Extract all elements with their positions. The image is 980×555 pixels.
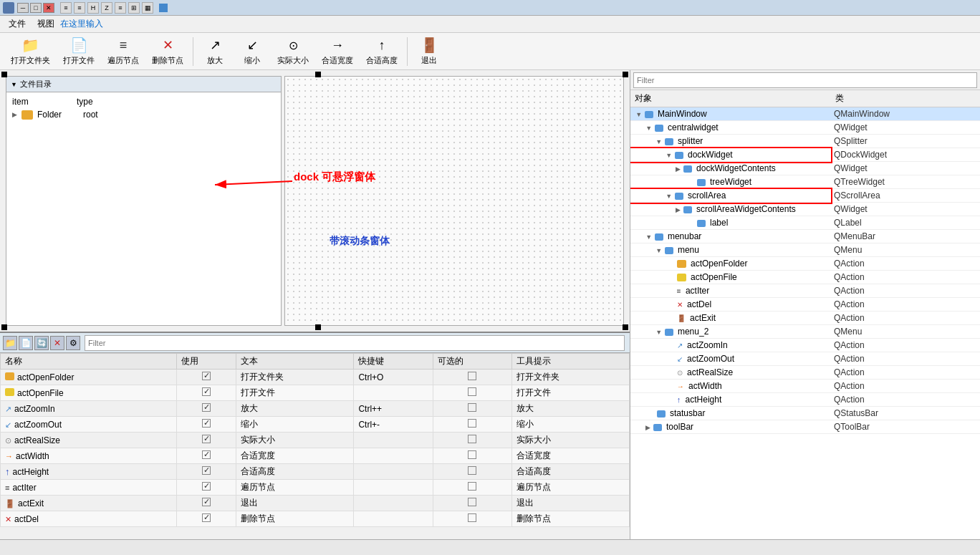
bt-optional-checkbox[interactable] (468, 372, 476, 380)
bottom-table-row[interactable]: actOpenFolder 打开文件夹 Ctrl+O 打开文件夹 (1, 370, 630, 385)
bt-optional-checkbox[interactable] (468, 482, 476, 491)
bt-used-cell[interactable] (177, 417, 236, 433)
bt-used-cell[interactable] (177, 401, 236, 417)
tree-row[interactable]: ▼ menubar QMenuBar (630, 230, 980, 243)
bt-optional-cell[interactable] (433, 417, 511, 433)
fit-height-button[interactable]: ↑ 合适高度 (361, 34, 403, 69)
tree-row[interactable]: statusbar QStatusBar (630, 407, 980, 420)
bt-optional-cell[interactable] (433, 385, 511, 401)
maximize-button[interactable]: □ (30, 3, 42, 13)
tree-row[interactable]: actOpenFolder QAction (630, 257, 980, 271)
canvas-area[interactable] (284, 76, 624, 326)
tree-row[interactable]: 🚪 actExit QAction (630, 312, 980, 325)
bottom-table-row[interactable]: ✕actDel 删除节点 删除节点 (1, 511, 630, 527)
bt-used-cell[interactable] (177, 464, 236, 480)
tree-row[interactable]: ▼ splitter QSplitter (630, 135, 980, 148)
tree-row[interactable]: ⊙ actRealSize QAction (630, 366, 980, 380)
bt-used-cell[interactable] (177, 433, 236, 448)
tree-row[interactable]: ↗ actZoomIn QAction (630, 339, 980, 352)
bt-optional-checkbox[interactable] (468, 435, 476, 443)
bt-optional-cell[interactable] (433, 433, 511, 448)
toolbar-icon-3[interactable]: H (87, 2, 99, 14)
bt-optional-checkbox[interactable] (468, 403, 476, 412)
bt-used-checkbox[interactable] (202, 513, 211, 522)
tree-row[interactable]: ▼ menu QMenu (630, 243, 980, 257)
toolbar-icon-2[interactable]: ≡ (74, 2, 85, 14)
bottom-table-row[interactable]: 🚪actExit 退出 退出 (1, 496, 630, 511)
tree-row[interactable]: ≡ actIter QAction (630, 284, 980, 298)
bt-optional-checkbox[interactable] (468, 450, 476, 459)
bt-used-checkbox[interactable] (202, 482, 211, 491)
bt-optional-checkbox[interactable] (468, 513, 476, 522)
menu-view[interactable]: 视图 (32, 16, 60, 32)
bt-optional-cell[interactable] (433, 496, 511, 511)
bt-used-cell[interactable] (177, 496, 236, 511)
filter-input[interactable] (633, 72, 977, 88)
tree-row[interactable]: ✕ actDel QAction (630, 298, 980, 312)
bt-optional-cell[interactable] (433, 511, 511, 527)
tree-row[interactable]: → actWidth QAction (630, 380, 980, 393)
bottom-table-row[interactable]: ↙actZoomOut 缩小 Ctrl+- 缩小 (1, 417, 630, 433)
real-size-button[interactable]: ⊙ 实际大小 (272, 34, 314, 69)
toolbar-icon-6[interactable]: ⊞ (128, 2, 140, 14)
tree-row[interactable]: ▼ dockWidget QDockWidget (630, 148, 980, 162)
exit-button[interactable]: 🚪 退出 (412, 34, 446, 69)
bt-delete[interactable]: ✕ (50, 336, 64, 350)
delete-button[interactable]: ✕ 删除节点 (147, 34, 188, 69)
tree-row[interactable]: treeWidget QTreeWidget (630, 175, 980, 189)
close-button[interactable]: ✕ (43, 3, 54, 13)
fit-width-button[interactable]: → 合适宽度 (317, 34, 358, 69)
bt-used-checkbox[interactable] (202, 419, 211, 428)
bt-used-checkbox[interactable] (202, 387, 211, 396)
file-row-folder[interactable]: ▶ Folder root (9, 108, 278, 121)
bt-optional-cell[interactable] (433, 401, 511, 417)
bt-used-checkbox[interactable] (202, 466, 211, 475)
bt-settings[interactable]: ⚙ (66, 336, 80, 350)
bt-optional-cell[interactable] (433, 370, 511, 385)
bt-optional-checkbox[interactable] (468, 466, 476, 475)
bottom-filter-input[interactable] (85, 335, 625, 351)
menu-file[interactable]: 文件 (3, 16, 32, 32)
bt-used-cell[interactable] (177, 385, 236, 401)
bt-used-checkbox[interactable] (202, 372, 211, 380)
tree-row[interactable]: ▼ menu_2 QMenu (630, 325, 980, 339)
bt-optional-checkbox[interactable] (468, 498, 476, 506)
bt-open-file[interactable]: 📄 (19, 336, 33, 350)
bt-used-checkbox[interactable] (202, 498, 211, 506)
toolbar-icon-4[interactable]: Z (101, 2, 112, 14)
tree-row[interactable]: ▼ scrollArea QScrollArea (630, 189, 980, 203)
bottom-table-row[interactable]: ≡actIter 遍历节点 遍历节点 (1, 480, 630, 496)
bt-optional-checkbox[interactable] (468, 419, 476, 428)
traverse-button[interactable]: ≡ 遍历节点 (102, 34, 144, 69)
bt-optional-checkbox[interactable] (468, 387, 476, 396)
bt-optional-cell[interactable] (433, 464, 511, 480)
bt-used-checkbox[interactable] (202, 450, 211, 459)
tree-row[interactable]: ▼ centralwidget QWidget (630, 121, 980, 135)
tree-row[interactable]: ▶ toolBar QToolBar (630, 420, 980, 434)
tree-row[interactable]: ▶ scrollAreaWidgetContents QWidget (630, 203, 980, 216)
bt-optional-cell[interactable] (433, 448, 511, 464)
bottom-table-row[interactable]: actOpenFile 打开文件 打开文件 (1, 385, 630, 401)
tree-row[interactable]: ↙ actZoomOut QAction (630, 352, 980, 366)
toolbar-icon-1[interactable]: ≡ (60, 2, 72, 14)
bt-used-checkbox[interactable] (202, 403, 211, 412)
zoom-out-button[interactable]: ↙ 缩小 (235, 34, 269, 69)
bottom-table-row[interactable]: ↗actZoomIn 放大 Ctrl++ 放大 (1, 401, 630, 417)
tree-row[interactable]: label QLabel (630, 216, 980, 230)
tree-row[interactable]: actOpenFile QAction (630, 271, 980, 284)
open-file-button[interactable]: 📄 打开文件 (58, 34, 100, 69)
bottom-table-row[interactable]: →actWidth 合适宽度 合适宽度 (1, 448, 630, 464)
tree-row[interactable]: ▶ dockWidgetContents QWidget (630, 162, 980, 175)
bt-used-cell[interactable] (177, 370, 236, 385)
bt-used-checkbox[interactable] (202, 435, 211, 443)
bt-open-folder[interactable]: 📁 (3, 336, 17, 350)
tree-row[interactable]: ▼ MainWindow QMainWindow (630, 107, 980, 121)
bt-refresh[interactable]: 🔄 (34, 336, 49, 350)
minimize-button[interactable]: ─ (17, 3, 29, 13)
open-folder-button[interactable]: 📁 打开文件夹 (6, 34, 55, 69)
bt-optional-cell[interactable] (433, 480, 511, 496)
zoom-in-button[interactable]: ↗ 放大 (198, 34, 232, 69)
bt-used-cell[interactable] (177, 511, 236, 527)
bottom-table-row[interactable]: ↑actHeight 合适高度 合适高度 (1, 464, 630, 480)
toolbar-icon-5[interactable]: ≡ (115, 2, 126, 14)
